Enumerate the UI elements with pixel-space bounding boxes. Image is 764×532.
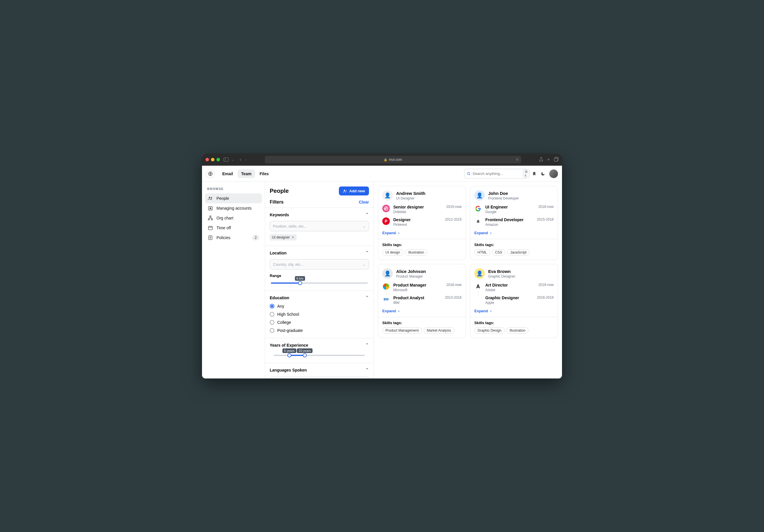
sidebar-item-people[interactable]: People <box>205 194 262 203</box>
svg-rect-0 <box>224 158 229 162</box>
refresh-icon[interactable]: ↻ <box>516 158 519 162</box>
search-icon <box>467 172 471 176</box>
url-bar[interactable]: 🔒 mui.com ↻ <box>265 156 521 163</box>
person-role: Frontend Developer <box>488 196 519 200</box>
skill-tag: HTML <box>474 249 490 256</box>
filter-section-keywords: Keywords ⌃ Position, skills, etc... ⌄ UI… <box>265 207 374 246</box>
chevron-up-icon[interactable]: ⌃ <box>365 342 369 348</box>
filter-section-education: Education ⌃ AnyHigh SchoolCollegePost-gr… <box>265 291 374 338</box>
sidebar-item-managing-accounts[interactable]: Managing accounts <box>205 203 262 213</box>
skill-tag: Product Management <box>382 327 422 333</box>
sidebar-item-policies[interactable]: Policies2 <box>205 233 262 243</box>
experience-row: PDesignerPinterest2012-2015 <box>382 217 462 227</box>
svg-rect-10 <box>210 216 211 217</box>
timeoff-icon <box>208 225 213 230</box>
add-new-button[interactable]: Add new <box>339 187 369 196</box>
filter-section-experience: Years of Experience ⌃ 5 years 10 years <box>265 338 374 363</box>
browser-window: ⌄ ‹ › 🔒 mui.com ↻ + EmailTeamFiles ⌘ <box>202 154 562 378</box>
radio-post-graduate[interactable]: Post-graduate <box>270 328 369 333</box>
svg-point-4 <box>468 172 470 174</box>
global-search[interactable]: ⌘ K <box>464 169 528 179</box>
keywords-select[interactable]: Position, skills, etc... ⌄ <box>270 221 369 231</box>
svg-rect-2 <box>554 158 557 161</box>
radio-icon <box>270 320 274 325</box>
new-tab-icon[interactable]: + <box>547 157 550 162</box>
person-card: 👤Andrew SmithUI DesignerSenior designerD… <box>378 186 466 260</box>
location-select[interactable]: Country, city, etc... ⌄ <box>270 259 369 269</box>
experience-row: Graphic DesignerApple2016-2019 <box>474 296 554 305</box>
filters-subtitle: Filters <box>270 200 284 205</box>
person-card: 👤Alice JohnsonProduct ManagerProduct Man… <box>378 264 466 338</box>
theme-toggle-icon[interactable] <box>541 172 545 176</box>
chevron-right-icon: › <box>490 231 491 235</box>
svg-point-18 <box>344 190 345 191</box>
radio-icon <box>270 328 274 333</box>
experience-slider[interactable]: 5 years 10 years <box>274 355 365 356</box>
svg-rect-11 <box>208 219 210 220</box>
chevron-up-icon[interactable]: ⌃ <box>365 367 369 373</box>
sidebar-item-time-off[interactable]: Time off <box>205 223 262 233</box>
expand-button[interactable]: Expand › <box>474 309 491 313</box>
slider-thumb-high[interactable] <box>303 353 307 357</box>
clear-filters-button[interactable]: Clear <box>359 200 369 204</box>
chevron-up-icon[interactable]: ⌃ <box>365 212 369 217</box>
slider-thumb[interactable] <box>298 281 302 285</box>
minimize-window-icon[interactable] <box>211 158 214 161</box>
radio-any[interactable]: Any <box>270 304 369 309</box>
svg-rect-12 <box>211 219 213 220</box>
skills-label: Skills tags: <box>382 243 462 247</box>
chevron-up-icon[interactable]: ⌃ <box>365 295 369 300</box>
radio-high-school[interactable]: High School <box>270 312 369 317</box>
expand-button[interactable]: Expand › <box>382 231 399 235</box>
browser-chrome: ⌄ ‹ › 🔒 mui.com ↻ + <box>202 154 562 166</box>
share-icon[interactable] <box>539 157 543 162</box>
person-name: John Doe <box>488 191 519 196</box>
slider-thumb-low[interactable] <box>287 353 291 357</box>
sidebar-item-org-chart[interactable]: Org chart <box>205 213 262 223</box>
experience-row: Product ManagerMicrosoft2016-now <box>382 283 462 292</box>
person-role: Product Manager <box>396 274 426 278</box>
experience-row: AArt DirectorAdobe2019-now <box>474 283 554 292</box>
app-logo[interactable] <box>206 170 215 178</box>
user-avatar[interactable] <box>549 170 558 178</box>
chevron-down-icon: ⌄ <box>363 224 366 228</box>
skill-tag: CSS <box>492 249 505 256</box>
bookmark-icon[interactable] <box>532 172 536 176</box>
app-topbar: EmailTeamFiles ⌘ K <box>202 166 562 182</box>
adobe-logo-icon: A <box>474 283 482 290</box>
svg-rect-13 <box>208 226 212 230</box>
svg-point-7 <box>211 197 212 199</box>
dribbble-logo-icon <box>382 205 390 212</box>
person-avatar: 👤 <box>474 268 485 279</box>
chevron-right-icon: › <box>398 309 399 313</box>
sidebar-toggle[interactable]: ⌄ <box>223 158 234 162</box>
url-text: mui.com <box>389 158 402 162</box>
skills-label: Skills tags: <box>474 243 554 247</box>
expand-button[interactable]: Expand › <box>382 309 399 313</box>
radio-college[interactable]: College <box>270 320 369 325</box>
chevron-up-icon[interactable]: ⌃ <box>365 250 369 256</box>
badge: 2 <box>252 235 259 240</box>
person-avatar: 👤 <box>382 190 393 200</box>
maximize-window-icon[interactable] <box>217 158 220 161</box>
search-input[interactable] <box>473 172 521 176</box>
tabs-icon[interactable] <box>554 157 559 162</box>
skill-tag: Graphic Design <box>474 327 505 333</box>
chevron-right-icon: › <box>398 231 399 235</box>
languages-select[interactable]: Select languages <box>270 376 369 378</box>
orgchart-icon <box>208 215 213 220</box>
chevron-down-icon: ⌄ <box>363 262 366 267</box>
tab-email[interactable]: Email <box>219 170 237 178</box>
expand-button[interactable]: Expand › <box>474 231 491 235</box>
people-icon <box>208 196 213 201</box>
range-slider[interactable]: 6 km <box>271 283 368 284</box>
tab-files[interactable]: Files <box>256 170 272 178</box>
sidebar: BROWSE PeopleManaging accountsOrg chartT… <box>202 182 265 378</box>
back-button[interactable]: ‹ <box>240 157 241 162</box>
filters-panel: People Add new Filters Clear Keywords ⌃ … <box>265 182 374 378</box>
remove-chip-icon[interactable]: ✕ <box>291 235 294 239</box>
tab-team[interactable]: Team <box>238 170 255 178</box>
svg-line-5 <box>470 174 470 175</box>
close-window-icon[interactable] <box>205 158 209 161</box>
skill-tag: Illustration <box>405 249 428 256</box>
